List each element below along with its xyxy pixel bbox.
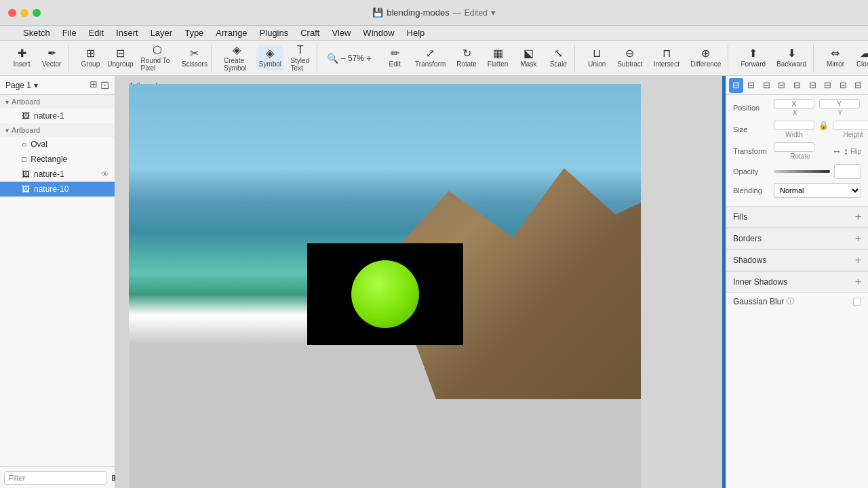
layer-item-nature10[interactable]: 🖼 nature-10 [0, 182, 115, 197]
menu-layer[interactable]: Layer [145, 26, 178, 39]
menu-type[interactable]: Type [179, 26, 209, 39]
flatten-button[interactable]: ▦ Flatten [484, 45, 513, 70]
symbol-icon: ◈ [266, 48, 274, 59]
title-dropdown-arrow[interactable]: ▾ [491, 7, 496, 18]
create-symbol-button[interactable]: ◈ Create Symbol [220, 42, 254, 75]
flip-v-icon[interactable]: ↕ [844, 146, 848, 157]
lock-icon[interactable]: 🔒 [818, 121, 829, 138]
zoom-minus-icon[interactable]: − [340, 53, 346, 64]
x-input[interactable] [774, 99, 814, 108]
close-button[interactable] [8, 9, 16, 17]
layer-item-oval[interactable]: ○ Oval [0, 137, 115, 152]
shadows-section-header[interactable]: Shadows + [726, 249, 868, 271]
blending-select[interactable]: Normal Multiply Screen Overlay [774, 183, 861, 198]
mirror-button[interactable]: ⇔ Mirror [822, 45, 849, 70]
flip-h-icon[interactable]: ↔ [832, 146, 842, 157]
group-button[interactable]: ⊞ Group [77, 45, 104, 70]
inner-shadows-label: Inner Shadows [733, 277, 787, 287]
gaussian-blur-info-icon[interactable]: ⓘ [787, 296, 794, 306]
fills-section-header[interactable]: Fills + [726, 206, 868, 228]
menu-plugins[interactable]: Plugins [254, 26, 294, 39]
zoom-plus-icon[interactable]: + [366, 53, 372, 64]
layer-group-artboard-2[interactable]: ▾ Artboard [0, 123, 115, 137]
scale-icon: ⤡ [554, 48, 563, 59]
alignment-right-icon[interactable]: ⊟ [775, 78, 789, 93]
alignment-top-icon[interactable]: ⊟ [790, 78, 804, 93]
width-input[interactable] [774, 121, 814, 130]
black-rectangle[interactable] [307, 243, 463, 345]
transform-row: Transform Rotate ↔ ↕ Flip [733, 142, 861, 160]
borders-section-header[interactable]: Borders + [726, 228, 868, 249]
menu-file[interactable]: File [57, 26, 82, 39]
rotate-input[interactable] [774, 142, 814, 152]
zoom-out-icon[interactable]: 🔍 [327, 53, 338, 64]
alignment-center-v-icon[interactable]: ⊟ [806, 78, 820, 93]
difference-button[interactable]: ⊕ Difference [686, 45, 725, 70]
maximize-button[interactable] [33, 9, 41, 17]
zoom-value[interactable]: 57% [348, 54, 364, 63]
menu-sketch[interactable]: Sketch [18, 26, 56, 39]
borders-add-icon[interactable]: + [855, 232, 861, 245]
page-add-icon[interactable]: ⊡ [100, 79, 109, 92]
subtract-button[interactable]: ⊖ Subtract [613, 45, 646, 70]
blending-row: Blending Normal Multiply Screen Overlay [733, 183, 861, 198]
menu-insert[interactable]: Insert [111, 26, 144, 39]
minimize-button[interactable] [20, 9, 28, 17]
menu-edit[interactable]: Edit [83, 26, 109, 39]
width-input-group: Width [774, 121, 814, 138]
intersect-button[interactable]: ⊓ Intersect [650, 45, 684, 70]
forward-label: Forward [741, 60, 766, 68]
distribute-v-icon[interactable]: ⊟ [852, 78, 866, 93]
transform-button[interactable]: ⤢ Transform [411, 45, 450, 70]
filter-input[interactable] [4, 471, 107, 485]
rotate-button[interactable]: ↻ Rotate [452, 45, 480, 70]
layer-item-rectangle[interactable]: □ Rectangle [0, 152, 115, 167]
edit-button[interactable]: ✏ Edit [381, 45, 408, 70]
arrange-tools: ⬆ Forward ⬇ Backward [734, 45, 814, 72]
boolean-tools: ⊔ Union ⊖ Subtract ⊓ Intersect ⊕ Differe… [580, 45, 728, 72]
intersect-icon: ⊓ [663, 48, 671, 59]
menu-window[interactable]: Window [357, 26, 399, 39]
alignment-center-h-icon[interactable]: ⊟ [760, 78, 774, 93]
inspector-tab-active[interactable]: ⊟ [729, 78, 743, 93]
insert-button[interactable]: ✚ Insert [8, 45, 35, 70]
inner-shadows-add-icon[interactable]: + [855, 276, 861, 288]
alignment-bottom-icon[interactable]: ⊟ [821, 78, 835, 93]
page-settings-icon[interactable]: ⊞ [90, 79, 98, 92]
forward-button[interactable]: ⬆ Forward [736, 45, 770, 70]
menu-arrange[interactable]: Arrange [210, 26, 252, 39]
alignment-left-icon[interactable]: ⊟ [745, 78, 759, 93]
layer-group-artboard-1[interactable]: ▾ Artboard [0, 95, 115, 108]
layer-item-nature1[interactable]: 🖼 nature-1 👁 [0, 167, 115, 182]
distribute-h-icon[interactable]: ⊟ [836, 78, 850, 93]
height-input[interactable] [833, 121, 868, 130]
canvas-area[interactable]: Artboard [115, 76, 726, 488]
ungroup-button[interactable]: ⊟ Ungroup [106, 45, 134, 70]
menu-view[interactable]: View [326, 26, 356, 39]
opacity-input[interactable] [834, 164, 861, 179]
menu-apple[interactable] [5, 32, 16, 35]
fills-add-icon[interactable]: + [855, 211, 861, 223]
scale-button[interactable]: ⤡ Scale [545, 45, 572, 70]
shadows-add-icon[interactable]: + [855, 254, 861, 266]
union-button[interactable]: ⊔ Union [583, 45, 610, 70]
menu-help[interactable]: Help [401, 26, 431, 39]
cloud-icon: ☁ [860, 48, 868, 59]
eye-icon[interactable]: 👁 [101, 169, 109, 179]
mask-button[interactable]: ⬕ Mask [515, 45, 542, 70]
opacity-slider[interactable] [774, 170, 830, 173]
green-oval[interactable] [351, 260, 419, 328]
backward-button[interactable]: ⬇ Backward [772, 45, 810, 70]
layer-item-nature1-top[interactable]: 🖼 nature-1 [0, 108, 115, 123]
round-to-pixel-button[interactable]: ⬡ Round To Pixel [137, 42, 178, 75]
symbol-button[interactable]: ◈ Symbol [256, 45, 283, 70]
y-input[interactable] [819, 99, 860, 108]
styled-text-button[interactable]: T Styled Text [286, 42, 313, 75]
gaussian-blur-checkbox[interactable] [853, 298, 861, 306]
scissors-button[interactable]: ✂ Scissors [181, 45, 208, 70]
cloud-button[interactable]: ☁ Cloud [852, 45, 868, 70]
menu-craft[interactable]: Craft [295, 26, 325, 39]
page-selector[interactable]: Page 1 ▾ [5, 81, 38, 90]
vector-button[interactable]: ✒ Vector [38, 45, 65, 70]
inner-shadows-section-header[interactable]: Inner Shadows + [726, 271, 868, 293]
